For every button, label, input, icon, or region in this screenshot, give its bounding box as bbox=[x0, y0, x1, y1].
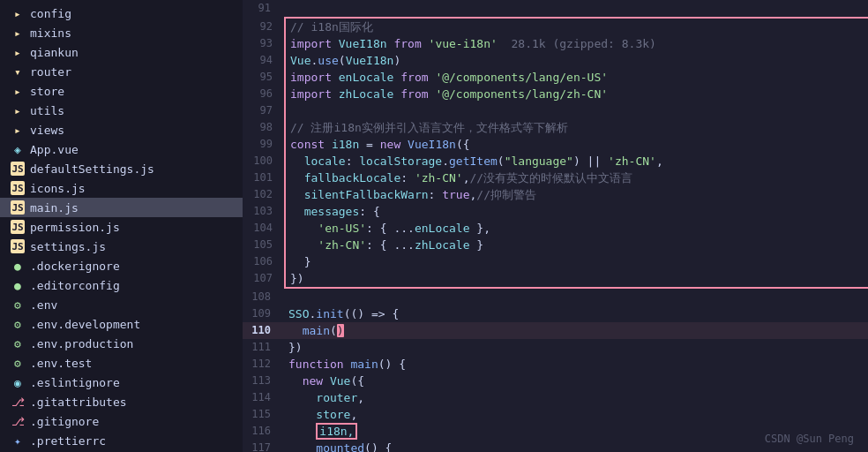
sidebar-item-permission-js[interactable]: JSpermission.js bbox=[0, 217, 243, 237]
line-content-92: // i18n国际化 bbox=[287, 19, 868, 35]
line-content-99: const i18n = new VueI18n({ bbox=[287, 136, 868, 153]
sidebar-item-store[interactable]: ▸store bbox=[0, 81, 243, 101]
sidebar-item-label: qiankun bbox=[30, 46, 79, 59]
env-icon: ⚙ bbox=[11, 317, 25, 331]
line-num-109: 109 bbox=[243, 305, 285, 322]
sidebar-item--env-development[interactable]: ⚙.env.development bbox=[0, 314, 243, 334]
sidebar-item-router[interactable]: ▾router bbox=[0, 62, 243, 81]
eslint-icon: ◉ bbox=[11, 375, 25, 389]
code-line-101: 101 fallbackLocale: 'zh-CN',//没有英文的时候默认中… bbox=[284, 170, 868, 186]
line-num-99: 99 bbox=[244, 136, 287, 153]
folder-icon: ▸ bbox=[11, 103, 25, 117]
js-icon: JS bbox=[11, 239, 25, 253]
code-line-103: 103 messages: { bbox=[284, 203, 868, 220]
sidebar-item-config[interactable]: ▸config bbox=[0, 4, 243, 23]
sidebar-item-label: App.vue bbox=[30, 143, 79, 156]
code-line-104: 104 'en-US': { ...enLocale }, bbox=[284, 220, 868, 237]
line-num-101: 101 bbox=[244, 170, 287, 186]
line-num-91: 91 bbox=[243, 0, 285, 17]
line-content-114: router, bbox=[285, 389, 868, 406]
dot-icon: ● bbox=[11, 278, 25, 292]
code-line-108: 108 bbox=[243, 289, 868, 305]
line-content-115: store, bbox=[285, 406, 868, 423]
sidebar-item--dockerignore[interactable]: ●.dockerignore bbox=[0, 256, 243, 275]
sidebar-item-label: main.js bbox=[30, 201, 79, 215]
folder-open-icon: ▾ bbox=[11, 64, 25, 79]
line-content-93: import VueI18n from 'vue-i18n' 28.1k (gz… bbox=[287, 35, 868, 52]
folder-icon: ▸ bbox=[11, 123, 25, 137]
line-num-100: 100 bbox=[244, 153, 287, 170]
code-line-115: 115 store, bbox=[243, 406, 868, 423]
sidebar-item-label: .env.test bbox=[30, 357, 92, 370]
code-line-91: 91 bbox=[243, 0, 868, 17]
js-icon: JS bbox=[11, 220, 25, 234]
sidebar-item--gitattributes[interactable]: ⎇.gitattributes bbox=[0, 392, 243, 411]
js-icon: JS bbox=[11, 200, 25, 215]
line-num-104: 104 bbox=[244, 220, 287, 237]
sidebar-item-defaultSettings-js[interactable]: JSdefaultSettings.js bbox=[0, 159, 243, 178]
line-content-103: messages: { bbox=[287, 203, 868, 220]
sidebar-item-label: store bbox=[30, 85, 64, 98]
git-icon: ⎇ bbox=[11, 414, 25, 428]
code-line-100: 100 locale: localStorage.getItem("langua… bbox=[284, 153, 868, 170]
sidebar-item--gitignore[interactable]: ⎇.gitignore bbox=[0, 411, 243, 431]
sidebar-item-label: .editorconfig bbox=[30, 279, 120, 292]
sidebar-item--eslintignore[interactable]: ◉.eslintignore bbox=[0, 373, 243, 392]
code-line-95: 95 import enLocale from '@/components/la… bbox=[284, 69, 868, 86]
sidebar-item-icons-js[interactable]: JSicons.js bbox=[0, 178, 243, 198]
code-line-98: 98 // 注册i18n实例并引入语言文件，文件格式等下解析 bbox=[284, 119, 868, 136]
line-content-97 bbox=[287, 102, 868, 119]
line-content-96: import zhLocale from '@/components/lang/… bbox=[287, 86, 868, 102]
line-content-102: silentFallbackWarn: true,//抑制警告 bbox=[287, 186, 868, 203]
sidebar-item--prettierrc[interactable]: ✦.prettierrc bbox=[0, 431, 243, 450]
sidebar-item-label: .env bbox=[30, 298, 57, 312]
sidebar-item-utils[interactable]: ▸utils bbox=[0, 101, 243, 120]
line-content-95: import enLocale from '@/components/lang/… bbox=[287, 69, 868, 86]
file-explorer: ▸config▸mixins▸qiankun▾router▸store▸util… bbox=[0, 0, 243, 452]
sidebar-item-label: mixins bbox=[30, 26, 71, 40]
line-num-111: 111 bbox=[243, 339, 285, 356]
env-icon: ⚙ bbox=[11, 298, 25, 312]
line-content-108 bbox=[285, 289, 868, 305]
sidebar-item--env[interactable]: ⚙.env bbox=[0, 295, 243, 314]
code-line-114: 114 router, bbox=[243, 389, 868, 406]
line-num-107: 107 bbox=[244, 270, 287, 287]
line-content-105: 'zh-CN': { ...zhLocale } bbox=[287, 237, 868, 253]
code-line-110: 110 main() bbox=[243, 322, 868, 339]
line-num-98: 98 bbox=[244, 119, 287, 136]
line-num-103: 103 bbox=[244, 203, 287, 220]
sidebar-item--editorconfig[interactable]: ●.editorconfig bbox=[0, 275, 243, 295]
sidebar-item-main-js[interactable]: JSmain.js bbox=[0, 198, 243, 217]
folder-icon: ▸ bbox=[11, 26, 25, 40]
sidebar-item-App-vue[interactable]: ◈App.vue bbox=[0, 139, 243, 159]
line-content-111: }) bbox=[285, 339, 868, 356]
line-num-93: 93 bbox=[244, 35, 287, 52]
line-num-113: 113 bbox=[243, 373, 285, 389]
line-content-94: Vue.use(VueI18n) bbox=[287, 52, 868, 69]
code-editor: 91 92 // i18n国际化 93 import VueI18n from … bbox=[243, 0, 868, 452]
dot-icon: ● bbox=[11, 259, 25, 273]
code-line-109: 109 SSO.init(() => { bbox=[243, 305, 868, 322]
sidebar-item-label: .prettierrc bbox=[30, 434, 106, 448]
line-num-112: 112 bbox=[243, 356, 285, 373]
line-num-108: 108 bbox=[243, 289, 285, 305]
sidebar-item-views[interactable]: ▸views bbox=[0, 120, 243, 139]
sidebar-item-settings-js[interactable]: JSsettings.js bbox=[0, 237, 243, 256]
sidebar-item--env-test[interactable]: ⚙.env.test bbox=[0, 353, 243, 373]
line-num-95: 95 bbox=[244, 69, 287, 86]
line-content-110: main() bbox=[285, 322, 868, 339]
line-content-106: } bbox=[287, 253, 868, 270]
sidebar-item--env-production[interactable]: ⚙.env.production bbox=[0, 334, 243, 353]
code-line-96: 96 import zhLocale from '@/components/la… bbox=[284, 86, 868, 102]
line-content-100: locale: localStorage.getItem("language")… bbox=[287, 153, 868, 170]
sidebar-item-qiankun[interactable]: ▸qiankun bbox=[0, 42, 243, 62]
vue-icon: ◈ bbox=[11, 142, 25, 156]
line-num-94: 94 bbox=[244, 52, 287, 69]
sidebar-item-mixins[interactable]: ▸mixins bbox=[0, 23, 243, 42]
code-line-94: 94 Vue.use(VueI18n) bbox=[284, 52, 868, 69]
sidebar-item-label: .env.production bbox=[30, 337, 133, 350]
sidebar-item-label: settings.js bbox=[30, 240, 106, 253]
line-content-98: // 注册i18n实例并引入语言文件，文件格式等下解析 bbox=[287, 119, 868, 136]
line-content-107: }) bbox=[287, 270, 868, 287]
code-line-113: 113 new Vue({ bbox=[243, 373, 868, 389]
